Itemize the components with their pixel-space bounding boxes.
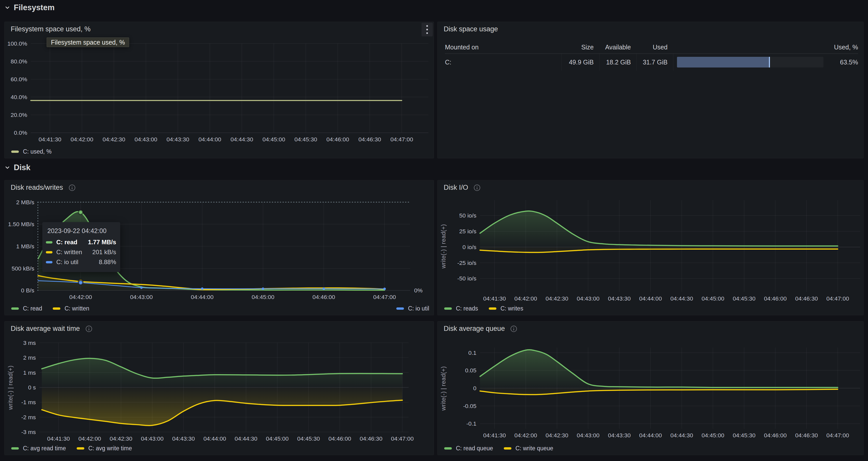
svg-text:04:45:00: 04:45:00 (702, 295, 724, 302)
chart-legend: C: readC: writtenC: io util (11, 305, 429, 312)
svg-text:-3 ms: -3 ms (21, 429, 36, 435)
legend-label: C: written (64, 305, 89, 312)
legend-swatch (11, 151, 19, 153)
info-circle-icon[interactable] (510, 325, 518, 333)
svg-text:04:46:30: 04:46:30 (795, 432, 818, 438)
panel-title: Disk I/O (444, 184, 481, 191)
svg-text:1.50 MB/s: 1.50 MB/s (8, 221, 34, 227)
svg-text:0.05: 0.05 (465, 367, 476, 374)
legend-item[interactable]: C: reads (444, 305, 478, 312)
svg-text:04:46:00: 04:46:00 (764, 295, 787, 302)
svg-text:100.0%: 100.0% (7, 40, 27, 47)
used-bar-track (677, 57, 824, 67)
svg-text:-0.1: -0.1 (466, 420, 476, 427)
svg-text:04:47:00: 04:47:00 (827, 295, 849, 302)
svg-text:0 B/s: 0 B/s (21, 287, 34, 294)
svg-text:04:42:00: 04:42:00 (515, 295, 537, 302)
svg-text:04:45:30: 04:45:30 (294, 136, 317, 143)
svg-text:60.0%: 60.0% (11, 76, 27, 83)
tooltip-series-value: 201 kB/s (92, 249, 116, 256)
svg-text:2 ms: 2 ms (23, 354, 36, 361)
panel-disk-average-queue: Disk average queue write(-) | read(+) -0… (437, 321, 864, 455)
legend-item[interactable]: C: read (11, 305, 42, 312)
legend-label: C: used, % (23, 148, 52, 155)
svg-text:20.0%: 20.0% (11, 112, 27, 118)
cell-used-pct: 63.5% (673, 54, 858, 70)
chart-disk-average-queue[interactable]: -0.1-0.0500.050.104:41:3004:42:0004:42:3… (438, 321, 863, 455)
svg-text:2 MB/s: 2 MB/s (16, 199, 34, 206)
panel-title-text: Disk average wait time (11, 325, 80, 333)
tooltip-timestamp: 2023-09-22 04:42:00 (48, 227, 116, 235)
chart-disk-io[interactable]: -50 io/s-25 io/s0 io/s25 io/s50 io/s04:4… (438, 180, 863, 315)
legend-item[interactable]: C: avg write time (77, 445, 132, 452)
info-circle-icon[interactable] (68, 184, 76, 191)
tooltip-rows: C: read1.77 MB/sC: written201 kB/sC: io … (46, 239, 116, 266)
section-header-filesystem[interactable]: Filesystem (4, 2, 55, 13)
legend-item[interactable]: C: io util (396, 305, 429, 312)
col-header-mounted-on[interactable]: Mounted on (445, 41, 561, 54)
svg-text:04:44:30: 04:44:30 (235, 435, 257, 442)
legend-item[interactable]: C: avg read time (11, 445, 66, 452)
svg-text:04:42:00: 04:42:00 (70, 136, 93, 143)
legend-swatch (444, 307, 452, 310)
legend-item[interactable]: C: written (53, 305, 89, 312)
cell-mounted-on: C: (445, 54, 561, 70)
tooltip-series-swatch (46, 251, 53, 253)
svg-text:04:41:30: 04:41:30 (483, 295, 506, 302)
svg-text:04:47:00: 04:47:00 (391, 435, 414, 442)
svg-text:500 kB/s: 500 kB/s (12, 265, 34, 272)
cell-size: 49.9 GiB (561, 54, 599, 70)
legend-label: C: avg write time (88, 445, 132, 452)
col-header-size[interactable]: Size (561, 41, 599, 54)
panel-disk-average-wait-time: Disk average wait time write(-) | read(+… (4, 321, 434, 455)
legend-item[interactable]: C: used, % (11, 148, 52, 155)
legend-swatch (444, 447, 452, 450)
tooltip-series-label: C: read (56, 239, 78, 246)
svg-text:1 ms: 1 ms (23, 369, 36, 376)
svg-text:04:46:30: 04:46:30 (360, 435, 382, 442)
svg-text:04:44:30: 04:44:30 (670, 295, 693, 302)
svg-text:04:45:00: 04:45:00 (262, 136, 285, 143)
legend-label: C: reads (456, 305, 478, 312)
svg-text:04:44:00: 04:44:00 (204, 435, 226, 442)
tooltip-series-value: 8.88% (99, 258, 116, 266)
svg-text:04:41:30: 04:41:30 (47, 435, 70, 442)
svg-text:04:45:00: 04:45:00 (266, 435, 288, 442)
svg-text:-50 io/s: -50 io/s (457, 275, 476, 282)
info-circle-icon[interactable] (85, 325, 93, 333)
col-header-used[interactable]: Used (637, 41, 673, 54)
svg-text:04:46:00: 04:46:00 (764, 432, 787, 438)
legend-item[interactable]: C: read queue (444, 445, 493, 452)
col-header-available[interactable]: Available (599, 41, 637, 54)
table-header-row: Mounted on Size Available Used Used, % (445, 41, 858, 54)
used-bar-fill (677, 57, 770, 67)
panel-menu-button[interactable] (422, 23, 433, 36)
tooltip-series-label: C: io util (56, 258, 79, 266)
svg-text:04:42:30: 04:42:30 (546, 432, 568, 438)
svg-text:04:42:30: 04:42:30 (110, 435, 132, 442)
section-header-disk[interactable]: Disk (4, 162, 30, 173)
svg-text:25 io/s: 25 io/s (459, 228, 476, 235)
chart-disk-average-wait-time[interactable]: -3 ms-2 ms-1 ms0 s1 ms2 ms3 ms04:41:3004… (5, 321, 434, 455)
col-header-used-pct[interactable]: Used, % (673, 41, 858, 54)
info-circle-icon[interactable] (473, 184, 481, 191)
section-label: Filesystem (14, 3, 55, 12)
legend-item[interactable]: C: write queue (504, 445, 553, 452)
svg-text:3 ms: 3 ms (23, 339, 36, 346)
panel-title: Disk average wait time (11, 325, 93, 333)
tooltip-series-label: C: written (56, 249, 82, 256)
tooltip-series-swatch (46, 261, 53, 263)
disk-usage-table: Mounted on Size Available Used Used, % C… (445, 41, 858, 70)
chart-tooltip: 2023-09-22 04:42:00 C: read1.77 MB/sC: w… (42, 222, 120, 272)
svg-text:04:44:00: 04:44:00 (639, 432, 662, 438)
svg-text:04:45:30: 04:45:30 (733, 295, 755, 302)
svg-text:04:46:00: 04:46:00 (312, 294, 335, 300)
svg-text:0 io/s: 0 io/s (463, 244, 476, 250)
svg-text:04:47:00: 04:47:00 (391, 136, 413, 143)
svg-text:-0.05: -0.05 (463, 403, 476, 409)
tooltip-series-swatch (46, 241, 53, 244)
svg-text:04:45:00: 04:45:00 (702, 432, 724, 438)
legend-item[interactable]: C: writes (489, 305, 523, 312)
svg-text:04:44:30: 04:44:30 (670, 432, 693, 438)
svg-text:04:42:30: 04:42:30 (546, 295, 568, 302)
